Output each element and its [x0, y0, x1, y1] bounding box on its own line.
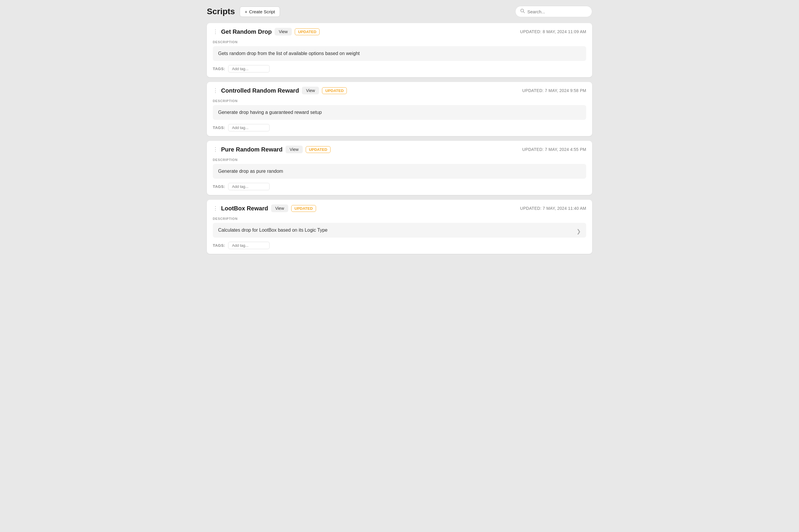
description-label: DESCRIPTION	[213, 217, 586, 221]
updated-time: UPDATED: 7 MAY, 2024 9:58 PM	[522, 88, 586, 93]
header-left: Scripts + Create Script	[207, 6, 280, 17]
script-card: ⋮ Get Random Drop View UPDATED UPDATED: …	[207, 23, 592, 77]
page-header: Scripts + Create Script	[207, 6, 592, 17]
search-input[interactable]	[527, 9, 587, 14]
svg-line-1	[524, 12, 525, 13]
search-container	[515, 6, 592, 17]
script-header: ⋮ LootBox Reward View UPDATED UPDATED: 7…	[207, 200, 592, 217]
search-icon	[520, 8, 525, 15]
tags-row: TAGS:	[213, 124, 586, 131]
script-name: LootBox Reward	[221, 205, 268, 212]
updated-badge: UPDATED	[295, 28, 320, 35]
script-header-left: ⋮ Pure Random Reward View UPDATED	[213, 146, 330, 153]
view-button[interactable]: View	[271, 205, 288, 212]
script-name: Pure Random Reward	[221, 146, 283, 153]
script-card: ⋮ LootBox Reward View UPDATED UPDATED: 7…	[207, 200, 592, 254]
script-header-right: UPDATED: 7 MAY, 2024 11:40 AM	[520, 206, 586, 211]
description-box: Generate drop as pure random	[213, 164, 586, 179]
updated-badge: UPDATED	[291, 205, 316, 212]
script-name: Controlled Random Reward	[221, 87, 299, 94]
script-header: ⋮ Pure Random Reward View UPDATED UPDATE…	[207, 141, 592, 158]
tags-label: TAGS:	[213, 126, 225, 130]
updated-badge: UPDATED	[322, 87, 347, 94]
tags-row: TAGS:	[213, 65, 586, 73]
updated-badge: UPDATED	[306, 146, 330, 153]
script-body: DESCRIPTION Generate drop as pure random…	[207, 158, 592, 195]
collapse-icon[interactable]: ❯	[576, 228, 581, 235]
script-body: DESCRIPTION Gets random drop from the li…	[207, 40, 592, 77]
view-button[interactable]: View	[302, 87, 319, 94]
script-header-right: UPDATED: 8 MAY, 2024 11:09 AM	[520, 29, 586, 34]
description-box: Gets random drop from the list of availa…	[213, 46, 586, 61]
add-tag-input[interactable]	[228, 124, 270, 131]
tags-label: TAGS:	[213, 243, 225, 248]
page-title: Scripts	[207, 7, 235, 16]
view-button[interactable]: View	[286, 146, 303, 153]
script-header-left: ⋮ LootBox Reward View UPDATED	[213, 205, 316, 212]
script-header-left: ⋮ Get Random Drop View UPDATED	[213, 28, 320, 36]
script-header-left: ⋮ Controlled Random Reward View UPDATED	[213, 87, 347, 94]
description-box: Calculates drop for LootBox based on its…	[213, 223, 586, 238]
tags-label: TAGS:	[213, 184, 225, 189]
drag-handle-icon[interactable]: ⋮	[213, 28, 218, 35]
tags-label: TAGS:	[213, 66, 225, 71]
add-tag-input[interactable]	[228, 65, 270, 73]
script-header-right: UPDATED: 7 MAY, 2024 4:55 PM	[522, 147, 586, 152]
description-label: DESCRIPTION	[213, 99, 586, 103]
tags-row: TAGS:	[213, 183, 586, 190]
tags-row: TAGS:	[213, 242, 586, 249]
description-label: DESCRIPTION	[213, 158, 586, 162]
script-header-right: UPDATED: 7 MAY, 2024 9:58 PM	[522, 88, 586, 93]
drag-handle-icon[interactable]: ⋮	[213, 205, 218, 212]
drag-handle-icon[interactable]: ⋮	[213, 146, 218, 153]
script-card: ⋮ Pure Random Reward View UPDATED UPDATE…	[207, 141, 592, 195]
script-body: DESCRIPTION Calculates drop for LootBox …	[207, 217, 592, 254]
add-tag-input[interactable]	[228, 242, 270, 249]
create-script-label: Create Script	[249, 9, 275, 14]
script-card: ⋮ Controlled Random Reward View UPDATED …	[207, 82, 592, 136]
create-script-button[interactable]: + Create Script	[240, 6, 280, 17]
script-header: ⋮ Get Random Drop View UPDATED UPDATED: …	[207, 23, 592, 40]
view-button[interactable]: View	[274, 28, 292, 36]
script-name: Get Random Drop	[221, 28, 272, 35]
updated-time: UPDATED: 8 MAY, 2024 11:09 AM	[520, 29, 586, 34]
drag-handle-icon[interactable]: ⋮	[213, 87, 218, 94]
script-body: DESCRIPTION Generate drop having a guara…	[207, 99, 592, 136]
script-header: ⋮ Controlled Random Reward View UPDATED …	[207, 82, 592, 99]
plus-icon: +	[245, 9, 247, 14]
scripts-list: ⋮ Get Random Drop View UPDATED UPDATED: …	[207, 23, 592, 254]
updated-time: UPDATED: 7 MAY, 2024 11:40 AM	[520, 206, 586, 211]
description-label: DESCRIPTION	[213, 40, 586, 44]
add-tag-input[interactable]	[228, 183, 270, 190]
description-box: Generate drop having a guaranteed reward…	[213, 105, 586, 120]
updated-time: UPDATED: 7 MAY, 2024 4:55 PM	[522, 147, 586, 152]
